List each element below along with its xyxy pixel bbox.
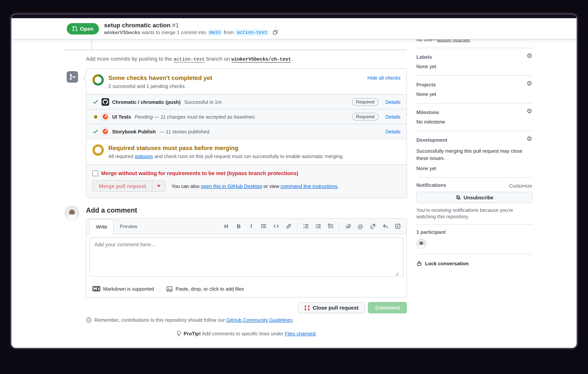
guidelines-text: Remember, contributions to this reposito… (94, 317, 226, 323)
hide-all-checks-link[interactable]: Hide all checks (367, 75, 400, 81)
info-icon (86, 317, 92, 323)
copy-branch-icon[interactable] (273, 30, 278, 35)
pr-open-icon (72, 26, 78, 32)
sidebar-section-notifications: Notifications Customize Unsubscribe You'… (416, 178, 532, 225)
markdown-supported[interactable]: Markdown is supported (93, 286, 154, 292)
pr-closed-icon (304, 305, 310, 310)
sidebar-section-development[interactable]: Development ⚙ Successfully merging this … (416, 131, 532, 178)
merge-options-dropdown[interactable] (152, 180, 165, 192)
from-text: from (224, 30, 234, 35)
sidebar-section-labels[interactable]: Labels ⚙ None yet (416, 48, 532, 76)
sidebar-section-projects[interactable]: Projects ⚙ None yet (416, 76, 532, 103)
protip: ProTip! Add comments to specific lines u… (86, 331, 407, 336)
close-pull-request-button[interactable]: Close pull request (298, 302, 365, 313)
pr-sticky-header: Open setup chromatic action #1 winkerVSb… (11, 18, 577, 39)
also-post: . (337, 183, 339, 189)
milestone-title: Milestone (416, 109, 532, 115)
gear-icon[interactable]: ⚙ (527, 80, 533, 87)
development-title: Development (416, 137, 532, 143)
attach-files-label: Paste, drop, or click to add files (176, 286, 244, 292)
add-commits-text2: branch on (205, 56, 231, 62)
cross-reference-icon[interactable] (368, 221, 378, 231)
chromatic-icon (102, 113, 109, 120)
details-link[interactable]: Details (386, 129, 401, 134)
details-link[interactable]: Details (386, 114, 401, 119)
check-description: Pending — 11 changes must be accepted as… (135, 114, 352, 119)
check-description: Successful in 1m (184, 99, 352, 105)
main-column: Add more commits by pushing to the actio… (86, 39, 407, 336)
quote-icon[interactable] (259, 221, 269, 231)
add-commits-period: . (291, 56, 293, 62)
link-icon[interactable] (284, 221, 294, 231)
unsubscribe-label: Unsubscribe (463, 195, 494, 200)
checks-summary-title: Some checks haven't completed yet (108, 74, 367, 82)
pr-author-link[interactable]: winkerVSbecks (104, 30, 140, 35)
checks-summary-donut-icon (93, 74, 104, 86)
required-desc-post: and check runs on this pull request must… (153, 153, 344, 159)
base-branch-chip[interactable]: main (208, 29, 222, 35)
svg-text:2: 2 (303, 226, 304, 229)
check-row: Storybook Publish — 11 stories published… (86, 124, 407, 139)
comment-input[interactable] (89, 237, 403, 277)
slash-commands-icon[interactable] (393, 221, 403, 231)
gear-icon[interactable]: ⚙ (527, 108, 533, 114)
add-commits-text: Add more commits by pushing to the (86, 56, 174, 62)
tab-preview[interactable]: Preview (114, 219, 143, 234)
check-success-icon (93, 129, 98, 134)
italic-icon[interactable]: I (246, 221, 256, 231)
protip-label: ProTip! (184, 331, 201, 336)
app-window: Add more commits by pushing to the actio… (11, 14, 577, 348)
bullet-list-icon[interactable] (313, 221, 323, 231)
files-changed-link[interactable]: Files changed (285, 331, 315, 336)
comment-editor-card: Write Preview H B I 12 (86, 218, 407, 298)
gear-icon[interactable]: ⚙ (527, 53, 533, 59)
attach-files-action[interactable]: Paste, drop, or click to add files (167, 286, 244, 292)
repo-name[interactable]: winkerVSbecks/ch-test (231, 57, 291, 63)
github-desktop-link[interactable]: open this in GitHub Desktop (201, 183, 262, 189)
tab-write[interactable]: Write (89, 219, 114, 234)
branch-name[interactable]: action-test (174, 57, 205, 63)
sidebar-section-milestone[interactable]: Milestone ⚙ No milestone (416, 103, 532, 131)
comment-button[interactable]: Comment (368, 302, 407, 313)
markdown-icon (93, 286, 100, 291)
check-row: Chromatic / chromatic (push) Successful … (86, 94, 407, 109)
previous-timeline-box-edge (64, 39, 407, 50)
merge-text: wants to merge 1 commit into (142, 30, 206, 35)
heading-icon[interactable]: H (221, 221, 231, 231)
avatar[interactable] (416, 239, 426, 249)
unsubscribe-button[interactable]: Unsubscribe (416, 192, 532, 203)
community-guidelines-link[interactable]: GitHub Community Guidelines (226, 317, 293, 323)
statuses-link[interactable]: statuses (135, 153, 153, 159)
details-link[interactable]: Details (386, 99, 401, 105)
pr-state-badge: Open (67, 23, 99, 34)
command-line-link[interactable]: command line instructions (281, 183, 337, 189)
head-branch-chip[interactable]: action-test (235, 29, 269, 35)
lock-conversation[interactable]: Lock conversation (416, 254, 532, 273)
merge-pull-request-button[interactable]: Merge pull request (93, 180, 152, 192)
add-commits-hint: Add more commits by pushing to the actio… (86, 56, 407, 62)
development-value: None yet (416, 166, 532, 171)
bypass-protections-checkbox[interactable] (93, 170, 98, 176)
protip-period: . (315, 331, 317, 336)
code-icon[interactable] (271, 221, 281, 231)
attach-file-icon[interactable] (343, 221, 353, 231)
guidelines-note: Remember, contributions to this reposito… (86, 317, 407, 323)
required-statuses-desc: All required statuses and check runs on … (108, 153, 400, 159)
gear-icon[interactable]: ⚙ (527, 136, 533, 142)
markdown-toolbar: H B I 12 @ (221, 219, 403, 234)
saved-replies-icon[interactable] (380, 221, 390, 231)
chevron-down-icon (157, 185, 161, 189)
numbered-list-icon[interactable]: 12 (301, 221, 311, 231)
customize-link[interactable]: Customize (509, 183, 532, 189)
merge-status-card: Some checks haven't completed yet 2 succ… (86, 68, 407, 198)
mention-icon[interactable]: @ (355, 221, 365, 231)
bold-icon[interactable]: B (234, 221, 244, 231)
light-bulb-icon (176, 331, 181, 336)
merge-section: Merge without waiting for requirements t… (86, 164, 407, 198)
checks-summary-subtitle: 2 successful and 1 pending checks (108, 83, 367, 89)
required-badge: Required (352, 98, 378, 106)
task-list-icon[interactable] (326, 221, 336, 231)
lock-conversation-label: Lock conversation (425, 261, 469, 266)
sidebar-section-participants: 1 participant (416, 225, 532, 254)
projects-value: None yet (416, 91, 532, 97)
